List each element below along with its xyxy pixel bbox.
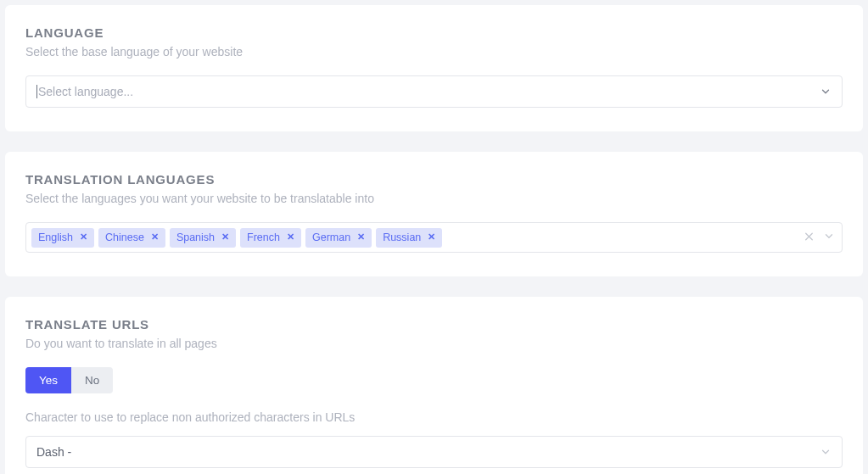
language-tag-label: English [38, 231, 73, 244]
clear-all-icon[interactable] [804, 231, 815, 244]
translate-urls-description: Do you want to translate in all pages [25, 337, 843, 350]
translate-urls-title: TRANSLATE URLS [25, 317, 843, 332]
language-tag-label: German [312, 231, 350, 244]
language-tag-label: Chinese [105, 231, 144, 244]
language-tag: English✕ [31, 228, 94, 248]
text-cursor [36, 85, 37, 98]
remove-tag-icon[interactable]: ✕ [151, 231, 159, 243]
multiselect-actions [804, 231, 835, 245]
replace-char-value: Dash - [36, 445, 71, 459]
translation-languages-title: TRANSLATION LANGUAGES [25, 172, 843, 187]
translate-urls-no-button[interactable]: No [71, 367, 113, 393]
language-tag: Chinese✕ [98, 228, 165, 248]
translation-languages-description: Select the languages you want your websi… [25, 192, 843, 205]
remove-tag-icon[interactable]: ✕ [80, 231, 87, 243]
language-tag: German✕ [305, 228, 372, 248]
replace-char-label: Character to use to replace non authoriz… [25, 410, 843, 424]
language-title: LANGUAGE [25, 25, 843, 40]
translate-urls-toggle: Yes No [25, 367, 113, 393]
language-tag-label: Russian [383, 231, 421, 244]
language-card: LANGUAGE Select the base language of you… [5, 5, 863, 131]
remove-tag-icon[interactable]: ✕ [287, 231, 294, 243]
remove-tag-icon[interactable]: ✕ [357, 231, 365, 243]
language-tag: French✕ [240, 228, 301, 248]
base-language-placeholder: Select language... [38, 85, 133, 98]
selected-language-tags: English✕Chinese✕Spanish✕French✕German✕Ru… [31, 228, 442, 248]
translation-languages-multiselect[interactable]: English✕Chinese✕Spanish✕French✕German✕Ru… [25, 222, 843, 253]
remove-tag-icon[interactable]: ✕ [221, 231, 229, 243]
language-tag: Spanish✕ [170, 228, 236, 248]
chevron-down-icon [820, 86, 832, 98]
replace-char-select[interactable]: Dash - [25, 436, 843, 468]
translate-urls-card: TRANSLATE URLS Do you want to translate … [5, 297, 863, 474]
chevron-down-icon [820, 446, 832, 458]
language-tag-label: Spanish [176, 231, 215, 244]
remove-tag-icon[interactable]: ✕ [428, 231, 435, 243]
translate-urls-yes-button[interactable]: Yes [25, 367, 71, 393]
translation-languages-card: TRANSLATION LANGUAGES Select the languag… [5, 152, 863, 276]
language-description: Select the base language of your website [25, 45, 843, 59]
language-tag: Russian✕ [376, 228, 442, 248]
base-language-select[interactable]: Select language... [25, 75, 843, 108]
chevron-down-icon[interactable] [823, 231, 835, 245]
language-tag-label: French [247, 231, 280, 244]
